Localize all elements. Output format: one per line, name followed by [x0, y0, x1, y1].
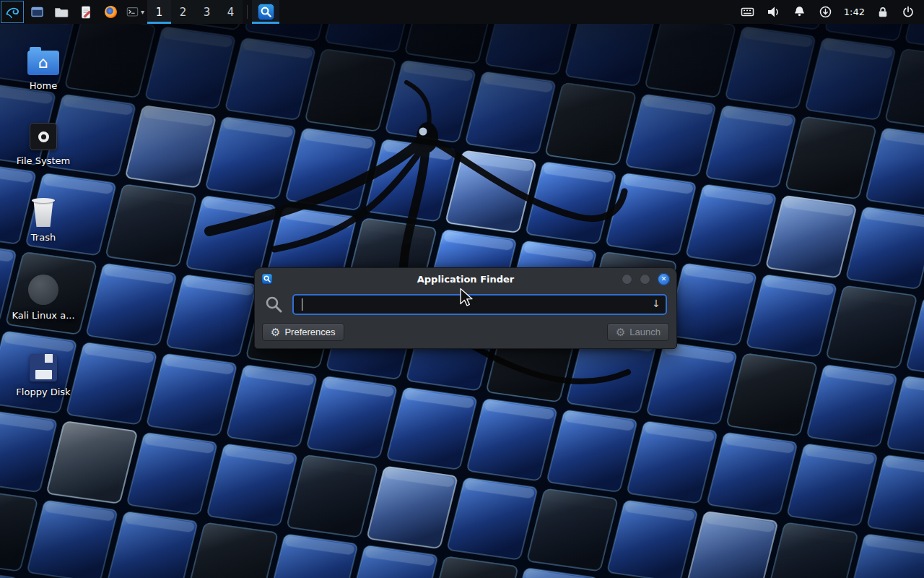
document-pencil-icon — [78, 4, 94, 20]
text-editor-button[interactable] — [74, 0, 98, 24]
preferences-button[interactable]: ⚙ Preferences — [262, 323, 344, 341]
keyboard-icon[interactable] — [740, 4, 755, 20]
file-manager-button[interactable] — [49, 0, 74, 24]
close-button[interactable]: ✕ — [658, 273, 670, 285]
screen-lock-icon[interactable] — [876, 5, 890, 20]
terminal-icon — [126, 4, 139, 20]
chevron-down-icon: ▾ — [141, 8, 144, 16]
house-icon: ⌂ — [27, 51, 59, 74]
show-desktop-button[interactable] — [25, 0, 49, 24]
desktop-icon-label: Trash — [9, 232, 78, 243]
panel-launchers: ▾ 1 2 3 4 — [0, 0, 279, 24]
desktop-icon-floppy-disk[interactable]: Floppy Disk — [9, 345, 78, 397]
home-folder-icon: ⌂ — [27, 51, 59, 75]
window-title: Application Finder — [255, 274, 676, 285]
search-icon — [264, 295, 284, 315]
kali-menu-button[interactable] — [0, 0, 25, 24]
notifications-bell-icon[interactable] — [792, 4, 807, 20]
app-finder-icon — [257, 3, 275, 21]
text-caret — [302, 298, 302, 311]
volume-icon[interactable] — [766, 4, 781, 20]
power-icon[interactable] — [901, 5, 915, 20]
trash-icon — [31, 198, 56, 227]
desktop-icon-home[interactable]: ⌂ Home — [9, 39, 78, 91]
kali-disc-icon — [28, 275, 58, 305]
network-icon[interactable] — [818, 4, 833, 20]
floppy-disk-icon — [30, 354, 57, 381]
firefox-button[interactable] — [98, 0, 123, 24]
window-icon — [30, 4, 45, 20]
firefox-icon — [103, 4, 118, 20]
gear-icon: ⚙ — [271, 327, 280, 337]
app-finder-icon — [261, 273, 273, 285]
file-system-drive-icon — [30, 123, 57, 150]
desktop-icon-label: Floppy Disk — [9, 387, 78, 397]
workspace-4[interactable]: 4 — [219, 0, 243, 24]
clock[interactable]: 1:42 — [844, 7, 865, 17]
launch-button-label: Launch — [629, 327, 661, 337]
window-titlebar[interactable]: Application Finder ✕ — [255, 268, 676, 290]
workspace-2[interactable]: 2 — [171, 0, 195, 24]
kali-dragon-icon — [4, 4, 20, 20]
taskbar-application-finder[interactable] — [252, 0, 279, 24]
application-finder-window: Application Finder ✕ ↓ ⚙ Preferences ⚙ L… — [254, 267, 677, 349]
desktop-icon-kali-linux[interactable]: Kali Linux a... — [9, 269, 78, 321]
desktop-icon-trash[interactable]: Trash — [9, 191, 78, 243]
desktop-icon-label: Kali Linux a... — [9, 310, 78, 321]
preferences-button-label: Preferences — [284, 327, 335, 337]
top-panel: ▾ 1 2 3 4 — [0, 0, 924, 24]
maximize-button[interactable] — [640, 274, 650, 285]
close-icon: ✕ — [661, 275, 667, 282]
desktop-icon-label: Home — [9, 80, 78, 91]
panel-status-area: 1:42 — [740, 0, 924, 24]
desktop-icon-label: File System — [9, 155, 78, 166]
workspace-1[interactable]: 1 — [147, 0, 171, 24]
launch-button[interactable]: ⚙ Launch — [607, 323, 669, 341]
search-input[interactable] — [292, 294, 667, 315]
workspace-3[interactable]: 3 — [195, 0, 219, 24]
terminal-dropdown-button[interactable]: ▾ — [123, 0, 147, 24]
panel-separator — [247, 5, 248, 19]
launch-gear-icon: ⚙ — [616, 327, 625, 337]
minimize-button[interactable] — [622, 274, 632, 285]
folder-icon — [53, 4, 69, 20]
desktop-icon-file-system[interactable]: File System — [9, 114, 78, 166]
